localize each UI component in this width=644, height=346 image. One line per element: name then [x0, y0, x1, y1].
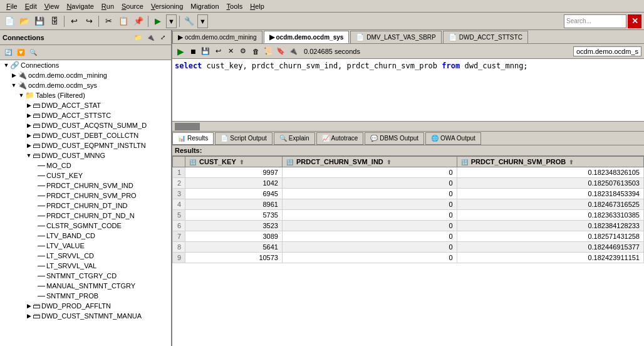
expand-dwd-cust-acqstn[interactable]: ▶ [25, 122, 33, 129]
tab-dmv-last-vas[interactable]: 📄 DMV_LAST_VAS_SBRP [350, 31, 441, 43]
table-row[interactable]: 9 10573 0 0.182423911151 [173, 253, 644, 263]
col-header-prdct-churn-svm-prob[interactable]: 🔢 PRDCT_CHURN_SVM_PROB ⬆ [457, 157, 643, 167]
tab-ocdm-mining[interactable]: ▶ ocdm.demo.ocdm_mining [172, 31, 262, 43]
editor-commit-btn[interactable]: 💾 [200, 46, 211, 57]
tree-ocdm-mining[interactable]: ▶ 🔌 ocdm.demo.ocdm_mining [0, 70, 171, 80]
table-row[interactable]: 3 6945 0 0.182318453394 [173, 189, 644, 199]
tree-dwd-acct-sttstc[interactable]: ▶ 🗃 DWD_ACCT_STTSTC [0, 110, 171, 120]
save-all-btn[interactable]: 🗄 [48, 14, 61, 28]
tree-mo-cd[interactable]: — MO_CD [0, 160, 171, 170]
tree-clstr-sgmnt-code[interactable]: — CLSTR_SGMNT_CODE [0, 221, 171, 231]
editor-history-btn[interactable]: 📜 [262, 46, 274, 57]
results-tab-explain[interactable]: 🔍 Explain [274, 132, 315, 145]
tree-dwd-cust-eqpmnt[interactable]: ▶ 🗃 DWD_CUST_EQPMNT_INSTLTN [0, 140, 171, 150]
editor-clear-btn[interactable]: 🗑 [250, 46, 261, 57]
tree-ltv-band-cd[interactable]: — LTV_BAND_CD [0, 231, 171, 241]
filter-btn[interactable]: 🔽 [15, 47, 26, 58]
col-header-cust-key[interactable]: 🔢 CUST_KEY ⬆ [185, 157, 283, 167]
open-btn[interactable]: 📂 [18, 14, 31, 28]
menu-navigate[interactable]: Navigate [63, 2, 97, 11]
refresh-btn[interactable]: 🔄 [3, 47, 14, 58]
menu-versioning[interactable]: Versioning [147, 2, 187, 11]
menu-tools[interactable]: Tools [223, 2, 247, 11]
expand-connections[interactable]: ▼ [3, 61, 10, 69]
debug-dropdown[interactable]: ▼ [197, 14, 208, 28]
sql-editor[interactable]: select cust_key, prdct_churn_svm_ind, pr… [172, 59, 644, 122]
connect-btn[interactable]: 🔌 [145, 32, 156, 43]
editor-rollback-btn[interactable]: ↩ [212, 46, 224, 57]
table-row[interactable]: 7 3089 0 0.182571431258 [173, 231, 644, 242]
tab-dwd-acct-sttstc[interactable]: 📄 DWD_ACCT_STTSTC [443, 31, 528, 43]
results-tab-script[interactable]: 📄 Script Output [215, 132, 272, 145]
paste-btn[interactable]: 📌 [132, 14, 145, 28]
menu-help[interactable]: Help [246, 2, 268, 11]
tree-dwd-acct-stat[interactable]: ▶ 🗃 DWD_ACCT_STAT [0, 100, 171, 110]
expand-dwd-prod-affltn[interactable]: ▶ [25, 302, 33, 310]
tree-prdct-churn-dt-ind[interactable]: — PRDCT_CHURN_DT_IND [0, 201, 171, 211]
menu-edit[interactable]: Edit [21, 2, 41, 11]
undo-btn[interactable]: ↩ [67, 14, 81, 28]
error-btn[interactable]: ✕ [628, 14, 641, 28]
tree-lt-srvvl-cd[interactable]: — LT_SRVVL_CD [0, 251, 171, 261]
tree-sntmnt-prob[interactable]: — SNTMNT_PROB [0, 291, 171, 301]
table-row[interactable]: 6 3523 0 0.182384128233 [173, 221, 644, 231]
tree-prdct-churn-svm-pro[interactable]: — PRDCT_CHURN_SVM_PRO [0, 191, 171, 201]
editor-connect-btn[interactable]: 🔌 [288, 46, 299, 57]
menu-view[interactable]: View [41, 2, 63, 11]
tree-tables-filtered[interactable]: ▼ 📁 Tables (Filtered) [0, 90, 171, 100]
expand-dwd-acct-sttstc[interactable]: ▶ [25, 112, 33, 119]
table-row[interactable]: 4 8961 0 0.182467316525 [173, 199, 644, 210]
menu-migration[interactable]: Migration [187, 2, 222, 11]
cut-btn[interactable]: ✂ [101, 14, 115, 28]
tree-sntmnt-ctgry-cd[interactable]: — SNTMNT_CTGRY_CD [0, 271, 171, 281]
tree-manual-sntmnt-ctgry[interactable]: — MANUAL_SNTMNT_CTGRY [0, 281, 171, 291]
expand-tables[interactable]: ▼ [18, 92, 25, 99]
menu-run[interactable]: Run [98, 2, 118, 11]
editor-cancel-btn[interactable]: ✕ [225, 46, 236, 57]
col-header-prdct-churn-svm-ind[interactable]: 🔢 PRDCT_CHURN_SVM_IND ⬆ [282, 157, 457, 167]
copy-btn[interactable]: 📋 [117, 14, 130, 28]
results-tab-autotrace[interactable]: 📈 Autotrace [316, 132, 364, 145]
tab-ocdm-sys[interactable]: ▶ ocdm.demo.ocdm_sys [264, 31, 350, 43]
redo-btn[interactable]: ↪ [82, 14, 96, 28]
search-tree-btn[interactable]: 🔍 [28, 47, 39, 58]
results-tab-dbms[interactable]: 💬 DBMS Output [365, 132, 424, 145]
expand-dwd-cust-eqpmnt[interactable]: ▶ [25, 142, 33, 149]
tree-dwd-cust-acqstn[interactable]: ▶ 🗃 DWD_CUST_ACQSTN_SUMM_D [0, 120, 171, 130]
table-row[interactable]: 8 5641 0 0.182446915377 [173, 242, 644, 253]
menu-source[interactable]: Source [118, 2, 147, 11]
data-table-container[interactable]: 🔢 CUST_KEY ⬆ 🔢 PRDCT_CHURN_SVM_IND ⬆ [172, 156, 644, 346]
new-btn[interactable]: 📄 [3, 14, 16, 28]
editor-bookmark-btn[interactable]: 🔖 [275, 46, 286, 57]
search-btn[interactable]: Search... [564, 14, 626, 28]
table-row[interactable]: 2 1042 0 0.182507613503 [173, 178, 644, 189]
tree-connections-root[interactable]: ▼ 🔗 Connections [0, 60, 171, 70]
expand-dwd-cust-mnng[interactable]: ▼ [25, 152, 33, 159]
horizontal-scrollbar[interactable] [172, 122, 644, 132]
menu-file[interactable]: File [3, 2, 21, 11]
results-tab-results[interactable]: 📊 Results [172, 132, 214, 145]
expand-ocdm-mining[interactable]: ▶ [10, 71, 18, 79]
editor-run-btn[interactable]: ▶ [175, 46, 186, 57]
tree-lt-srvvl-val[interactable]: — LT_SRVVL_VAL [0, 261, 171, 271]
expand-dwd-cust-sntmnt-manua[interactable]: ▶ [25, 312, 33, 320]
expand-ocdm-sys[interactable]: ▼ [10, 81, 18, 89]
tree-ltv-value[interactable]: — LTV_VALUE [0, 241, 171, 251]
run-dropdown[interactable]: ▼ [166, 14, 177, 28]
tree-cust-key[interactable]: — CUST_KEY [0, 170, 171, 181]
editor-format-btn[interactable]: ⚙ [237, 46, 249, 57]
expand-dwd-cust-debt[interactable]: ▶ [25, 132, 33, 139]
tree-prdct-churn-dt-nd-n[interactable]: — PRDCT_CHURN_DT_ND_N [0, 211, 171, 221]
tree-dwd-cust-debt[interactable]: ▶ 🗃 DWD_CUST_DEBT_COLLCTN [0, 130, 171, 140]
scroll-thumb[interactable] [175, 123, 200, 130]
table-row[interactable]: 5 5735 0 0.182363310385 [173, 210, 644, 221]
tree-ocdm-sys[interactable]: ▼ 🔌 ocdm.demo.ocdm_sys [0, 80, 171, 90]
save-btn[interactable]: 💾 [33, 14, 46, 28]
expand-dwd-acct-stat[interactable]: ▶ [25, 102, 33, 109]
tree-dwd-cust-mnng[interactable]: ▼ 🗃 DWD_CUST_MNNG [0, 150, 171, 160]
run-btn[interactable]: ▶ [151, 14, 165, 28]
results-tab-owa[interactable]: 🌐 OWA Output [425, 132, 481, 145]
new-connection-btn[interactable]: 📁 [132, 32, 143, 43]
tree-prdct-churn-svm-ind[interactable]: — PRDCT_CHURN_SVM_IND [0, 181, 171, 191]
tree-dwd-prod-affltn[interactable]: ▶ 🗃 DWD_PROD_AFFLTN [0, 301, 171, 311]
